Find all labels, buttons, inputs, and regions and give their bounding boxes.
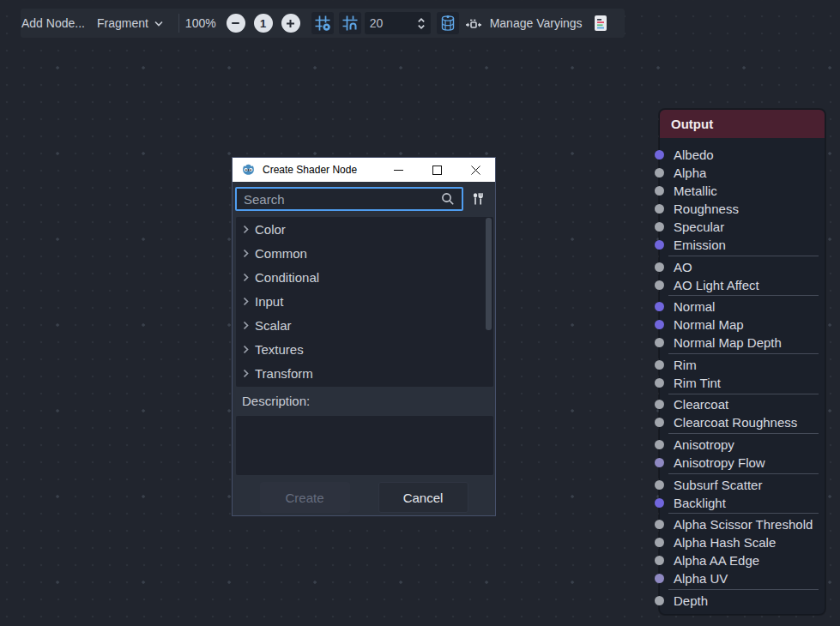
zoom-reset-button[interactable]: 1 <box>254 14 273 33</box>
output-port-row: Anisotropy Flow <box>660 454 825 472</box>
port-label: Emission <box>674 238 726 252</box>
add-node-button[interactable]: Add Node... <box>21 11 85 35</box>
output-node[interactable]: Output AlbedoAlphaMetallicRoughnessSpecu… <box>659 109 825 615</box>
manage-varyings-label: Manage Varyings <box>490 16 583 30</box>
port-dot-vec2[interactable] <box>655 458 664 467</box>
port-label: Normal Map Depth <box>674 335 782 350</box>
port-dot-scalar[interactable] <box>655 186 664 196</box>
output-port-row: Emission <box>660 236 825 254</box>
output-port-row: Rim <box>660 356 825 374</box>
port-dot-vec3[interactable] <box>655 320 664 329</box>
port-dot-scalar[interactable] <box>655 360 664 370</box>
port-dot-scalar[interactable] <box>655 400 664 409</box>
shader-editor-toolbar: Add Node... Fragment 100% 1 20 <box>21 9 625 38</box>
minimize-button[interactable] <box>379 158 418 182</box>
port-label: Clearcoat <box>674 397 728 412</box>
zoom-in-button[interactable] <box>281 14 300 33</box>
port-dot-scalar[interactable] <box>655 556 664 565</box>
dialog-body: Search ColorCommonConditionalInputScalar… <box>233 182 495 515</box>
tree-item-common[interactable]: Common <box>236 241 493 265</box>
zoom-out-button[interactable] <box>227 14 245 33</box>
tree-scrollbar[interactable] <box>486 218 492 386</box>
chevron-right-icon <box>243 273 249 282</box>
port-dot-scalar[interactable] <box>655 596 664 605</box>
snap-toggle-button[interactable] <box>339 12 361 34</box>
port-label: AO <box>674 260 692 274</box>
port-dot-scalar[interactable] <box>655 538 664 547</box>
tree-item-transform[interactable]: Transform <box>236 361 493 385</box>
tree-item-input[interactable]: Input <box>236 289 493 313</box>
tree-item-color[interactable]: Color <box>236 217 493 241</box>
shader-file-icon <box>593 15 608 32</box>
port-dot-scalar[interactable] <box>655 280 664 290</box>
output-port-row: AO <box>660 258 825 276</box>
output-port-row: Alpha Scissor Threshold <box>660 515 825 533</box>
grid-settings-icon <box>314 15 331 32</box>
panning-mode-button[interactable] <box>462 12 485 34</box>
port-dot-scalar[interactable] <box>655 520 664 529</box>
output-port-row: Rim Tint <box>660 374 825 392</box>
port-dot-scalar[interactable] <box>655 168 664 178</box>
output-port-row: Anisotropy <box>660 436 825 454</box>
tree-item-scalar[interactable]: Scalar <box>236 313 493 337</box>
plus-icon <box>287 20 294 27</box>
port-group-divider <box>668 394 819 394</box>
port-label: Anisotropy <box>674 437 734 452</box>
minus-icon <box>232 22 239 24</box>
tree-item-textures[interactable]: Textures <box>236 337 493 361</box>
chevron-down-icon <box>154 21 163 27</box>
port-dot-vec3[interactable] <box>655 302 664 311</box>
maximize-button[interactable] <box>418 158 456 182</box>
cancel-button[interactable]: Cancel <box>378 482 468 513</box>
port-label: Alpha <box>674 166 706 180</box>
create-button[interactable]: Create <box>260 482 350 513</box>
description-label: Description: <box>242 394 310 408</box>
output-node-header[interactable]: Output <box>660 110 825 138</box>
port-label: Alpha UV <box>674 571 728 586</box>
output-port-row: Alpha <box>660 164 825 182</box>
tree-item-label: Input <box>255 294 283 309</box>
slider-arrows-icon <box>465 15 482 32</box>
port-dot-scalar[interactable] <box>655 378 664 388</box>
port-dot-scalar[interactable] <box>655 418 664 427</box>
manage-varyings-button[interactable]: Manage Varyings <box>485 11 588 35</box>
port-dot-scalar[interactable] <box>655 480 664 490</box>
snap-distance-spinner[interactable]: 20 <box>365 12 431 34</box>
port-label: Alpha AA Edge <box>674 553 759 568</box>
port-dot-scalar[interactable] <box>655 262 664 272</box>
port-group-divider <box>668 473 819 474</box>
tree-item-label: Transform <box>255 366 313 381</box>
port-dot-scalar[interactable] <box>655 440 664 449</box>
port-dot-scalar[interactable] <box>655 222 664 232</box>
category-tree[interactable]: ColorCommonConditionalInputScalarTexture… <box>236 217 493 387</box>
port-label: Rim <box>674 358 697 372</box>
snap-distance-value: 20 <box>370 16 417 30</box>
port-dot-scalar[interactable] <box>655 204 664 214</box>
maximize-icon <box>432 166 442 175</box>
port-label: Depth <box>674 593 708 608</box>
chevron-right-icon <box>243 369 249 378</box>
output-port-row: Normal <box>660 298 825 316</box>
shader-file-button[interactable] <box>589 12 612 34</box>
output-port-row: Normal Map Depth <box>660 334 825 352</box>
port-dot-vec3[interactable] <box>655 240 664 250</box>
port-dot-vec2[interactable] <box>655 574 664 583</box>
port-dot-vec3[interactable] <box>655 150 664 160</box>
chevron-right-icon <box>243 249 249 258</box>
search-input[interactable]: Search <box>235 187 463 211</box>
tree-item-label: Scalar <box>255 318 292 333</box>
grid-pattern-button[interactable] <box>437 12 459 34</box>
close-button[interactable] <box>456 158 495 182</box>
port-group-divider <box>668 433 819 434</box>
port-dot-vec3[interactable] <box>655 498 664 508</box>
tree-item-conditional[interactable]: Conditional <box>236 265 493 289</box>
shader-stage-dropdown[interactable]: Fragment <box>89 11 171 35</box>
filter-options-button[interactable] <box>463 187 493 211</box>
port-dot-scalar[interactable] <box>655 338 664 347</box>
port-label: Alpha Scissor Threshold <box>674 517 813 532</box>
tree-item-label: Conditional <box>255 270 319 285</box>
dialog-titlebar[interactable]: Create Shader Node <box>233 158 495 182</box>
tree-scrollbar-thumb[interactable] <box>486 218 492 330</box>
port-group-divider <box>668 589 819 590</box>
snap-settings-button[interactable] <box>311 12 334 34</box>
